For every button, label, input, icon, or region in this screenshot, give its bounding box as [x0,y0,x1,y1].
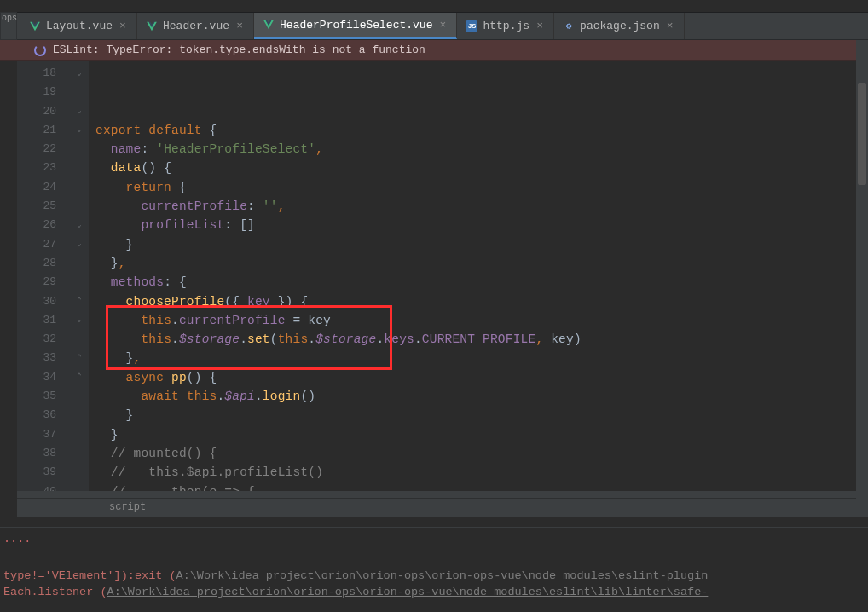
spinner-icon [34,44,46,56]
code-line: // .then(e => { [95,482,868,491]
code-line: this.currentProfile = key [95,311,868,330]
banner-text: ESLint: TypeError: token.type.endsWith i… [53,43,425,56]
code-line: data() { [95,159,868,177]
code-line: }, [95,254,868,273]
fold-icon[interactable]: ⌄ [75,220,84,228]
js-icon: JS [466,20,477,32]
code-line: async pp() { [95,368,868,387]
tab-package-json[interactable]: ⚙package.json× [554,13,685,39]
tab-label: http.js [483,20,529,32]
term-dots: .... [3,531,865,547]
tool-window-stripe[interactable]: ops [0,12,17,40]
tab-label: HeaderProfileSelect.vue [280,19,432,32]
tab-label: Header.vue [163,20,229,32]
code-line: } [95,235,868,254]
code-line: this.$storage.set(this.$storage.keys.CUR… [95,330,868,349]
fold-icon[interactable]: ⌃ [75,297,84,305]
editor-tabs: Layout.vue×Header.vue×HeaderProfileSelec… [0,12,868,40]
fold-icon[interactable]: ⌄ [75,125,84,134]
tab-headerprofileselect-vue[interactable]: HeaderProfileSelect.vue× [254,13,457,39]
close-icon[interactable]: × [437,19,448,32]
close-icon[interactable]: × [535,20,545,32]
code-line: // mounted() { [95,444,868,463]
code-line: // this.$api.profileList() [95,463,868,482]
close-icon[interactable]: × [118,20,128,32]
vue-icon [29,20,41,32]
fold-icon[interactable]: ⌄ [75,315,84,324]
fold-icon[interactable]: ⌄ [75,240,84,248]
code-line: chooseProfile({ key }) { [95,292,868,311]
tab-header-vue[interactable]: Header.vue× [137,13,254,39]
horizontal-scrollbar[interactable] [17,491,868,498]
eslint-warning-banner[interactable]: ESLint: TypeError: token.type.endsWith i… [0,40,868,61]
code-line: export default { [95,121,868,140]
term-line: Each.listener (A:\Work\idea project\orio… [3,584,865,600]
code-line: }, [95,349,868,367]
terminal-panel[interactable]: ....type!='VElement']):exit (A:\Work\ide… [0,527,868,612]
json-icon: ⚙ [563,20,575,32]
fold-column[interactable]: ⌄⌄⌄⌄⌄⌃⌄⌃⌃ [72,61,89,491]
breadcrumb[interactable]: script [17,498,868,517]
term-line: type!='VElement']):exit (A:\Work\idea pr… [3,568,865,584]
fold-icon[interactable]: ⌄ [75,107,84,115]
close-icon[interactable]: × [665,20,675,32]
tab-label: package.json [580,20,660,32]
code-line: name: 'HeaderProfileSelect', [95,140,868,159]
tab-layout-vue[interactable]: Layout.vue× [20,13,137,39]
close-icon[interactable]: × [234,20,245,32]
code-line: methods: { [95,273,868,292]
vue-icon [146,20,158,32]
vue-icon [263,19,275,31]
code-line: currentProfile: '', [95,197,868,216]
code-line: } [95,406,868,424]
fold-icon[interactable]: ⌃ [75,354,84,362]
code-line: await this.$api.login() [95,387,868,406]
fold-icon[interactable]: ⌄ [75,68,84,77]
line-numbers: 1819202122232425262728293031323334353637… [17,61,72,491]
tab-label: Layout.vue [46,20,113,32]
code-line: profileList: [] [95,216,868,234]
tab-http-js[interactable]: JShttp.js× [457,13,554,39]
code-line: } [95,425,868,444]
vertical-scrollbar[interactable] [856,40,868,500]
fold-icon[interactable]: ⌃ [75,372,84,381]
editor[interactable]: 1819202122232425262728293031323334353637… [17,61,868,491]
code-line: return { [95,178,868,197]
code-area[interactable]: export default { name: 'HeaderProfileSel… [89,61,868,491]
